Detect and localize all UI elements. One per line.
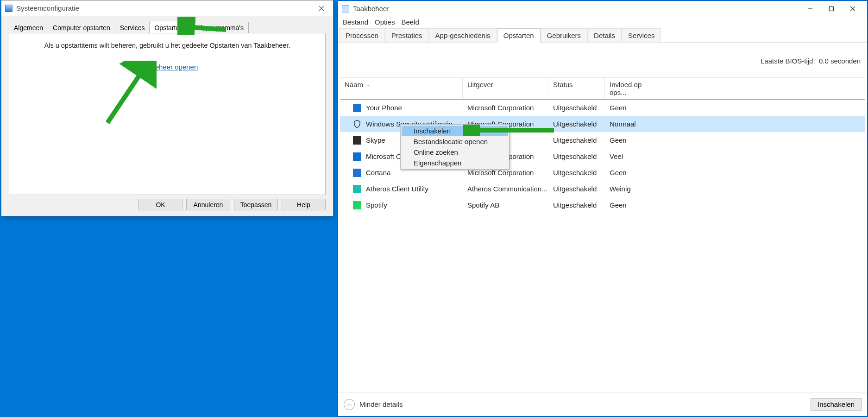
taskmgr-footer: ︿ Minder details Inschakelen: [338, 392, 867, 416]
row-status: Uitgeschakeld: [548, 169, 605, 177]
maximize-button[interactable]: [821, 2, 842, 16]
app-icon: [353, 169, 361, 177]
row-status: Uitgeschakeld: [548, 152, 605, 160]
col-publisher[interactable]: Uitgever: [463, 78, 548, 99]
tab-app-geschiedenis[interactable]: App-geschiedenis: [429, 28, 497, 43]
tab-services[interactable]: Services: [622, 28, 661, 43]
msconfig-message: Als u opstartitems wilt beheren, gebruik…: [9, 42, 325, 49]
row-publisher: Atheros Communication...: [463, 185, 548, 193]
col-impact[interactable]: Invloed op ops...: [605, 78, 663, 99]
ok-button[interactable]: OK: [138, 199, 182, 210]
sort-asc-icon: ︿: [366, 82, 371, 88]
taskmgr-icon: [342, 5, 349, 13]
taskmgr-title-text: Taakbeheer: [353, 5, 389, 13]
row-status: Uitgeschakeld: [548, 136, 605, 144]
row-name: Cortana: [366, 169, 390, 177]
row-name: Skype: [366, 136, 385, 144]
minimize-icon: [807, 6, 813, 12]
row-impact: Geen: [605, 201, 663, 209]
row-impact: Veel: [605, 152, 663, 160]
row-impact: Geen: [605, 104, 663, 112]
bios-value: 0.0 seconden: [819, 57, 861, 65]
help-button[interactable]: Help: [282, 199, 326, 210]
taskmgr-tabs: Processen Prestaties App-geschiedenis Op…: [338, 28, 867, 43]
task-manager-window: Taakbeheer Bestand Opties Beeld Processe…: [337, 0, 868, 417]
row-publisher: Microsoft Corporation: [463, 104, 548, 112]
apply-button[interactable]: Toepassen: [234, 199, 278, 210]
row-name: Your Phone: [366, 104, 402, 112]
row-status: Uitgeschakeld: [548, 185, 605, 193]
row-publisher: Microsoft Corporation: [463, 169, 548, 177]
open-taskmanager-link[interactable]: Taakbeheer openen: [9, 63, 325, 71]
close-button[interactable]: [314, 0, 329, 16]
row-status: Uitgeschakeld: [548, 104, 605, 112]
row-publisher: Spotify AB: [463, 201, 548, 209]
msconfig-tab-content: Als u opstartitems wilt beheren, gebruik…: [9, 33, 326, 195]
col-name[interactable]: Naam︿: [340, 78, 463, 99]
msconfig-titlebar[interactable]: Systeemconfiguratie: [1, 0, 333, 16]
table-row[interactable]: Atheros Client UtilityAtheros Communicat…: [340, 181, 865, 197]
row-impact: Geen: [605, 136, 663, 144]
close-button[interactable]: [842, 2, 863, 16]
menu-beeld[interactable]: Beeld: [401, 18, 419, 26]
table-row[interactable]: Your PhoneMicrosoft CorporationUitgescha…: [340, 100, 865, 116]
bios-time: Laatste BIOS-tijd: 0.0 seconden: [761, 57, 861, 65]
close-icon: [850, 6, 855, 12]
col-status[interactable]: Status: [548, 78, 605, 99]
fewer-details-toggle[interactable]: ︿ Minder details: [344, 399, 403, 410]
ctx-bestandslocatie-openen[interactable]: Bestandslocatie openen: [402, 136, 508, 147]
msconfig-icon: [5, 5, 13, 12]
context-menu: Inschakelen Bestandslocatie openen Onlin…: [400, 124, 509, 170]
ctx-eigenschappen[interactable]: Eigenschappen: [402, 158, 508, 168]
app-icon: [353, 201, 361, 209]
row-status: Uitgeschakeld: [548, 201, 605, 209]
maximize-icon: [829, 6, 834, 12]
fewer-details-label: Minder details: [359, 400, 403, 408]
table-header[interactable]: Naam︿ Uitgever Status Invloed op ops...: [340, 77, 865, 100]
taskmgr-titlebar[interactable]: Taakbeheer: [338, 1, 867, 16]
table-row[interactable]: SpotifySpotify ABUitgeschakeldGeen: [340, 197, 865, 213]
col-name-label: Naam: [345, 81, 363, 88]
app-icon: [353, 104, 361, 112]
chevron-up-icon: ︿: [344, 399, 355, 410]
tab-processen[interactable]: Processen: [339, 28, 385, 43]
row-impact: Weinig: [605, 185, 663, 193]
app-icon: [353, 152, 361, 161]
ctx-inschakelen[interactable]: Inschakelen: [402, 126, 508, 136]
svg-rect-3: [830, 6, 834, 11]
row-status: Uitgeschakeld: [548, 120, 605, 128]
ctx-online-zoeken[interactable]: Online zoeken: [402, 147, 508, 158]
row-name: Spotify: [366, 201, 387, 209]
taskmgr-menu-bar: Bestand Opties Beeld: [338, 16, 867, 28]
enable-button[interactable]: Inschakelen: [811, 398, 862, 411]
row-impact: Normaal: [605, 120, 663, 128]
app-icon: [353, 185, 361, 193]
close-icon: [319, 6, 324, 11]
menu-bestand[interactable]: Bestand: [343, 18, 368, 26]
shield-icon: [353, 120, 361, 128]
tab-opstarten[interactable]: Opstarten: [149, 21, 188, 34]
msconfig-buttons: OK Annuleren Toepassen Help: [138, 199, 326, 210]
msconfig-title-text: Systeemconfiguratie: [16, 4, 79, 12]
tab-opstarten[interactable]: Opstarten: [497, 28, 541, 43]
row-impact: Geen: [605, 169, 663, 177]
minimize-button[interactable]: [799, 2, 821, 16]
bios-label: Laatste BIOS-tijd:: [761, 57, 815, 65]
tab-prestaties[interactable]: Prestaties: [385, 28, 429, 43]
menu-opties[interactable]: Opties: [375, 18, 395, 26]
cancel-button[interactable]: Annuleren: [186, 199, 230, 210]
tab-gebruikers[interactable]: Gebruikers: [541, 28, 587, 43]
tab-details[interactable]: Details: [587, 28, 622, 43]
row-name: Atheros Client Utility: [366, 185, 428, 193]
system-configuration-window: Systeemconfiguratie Algemeen Computer op…: [1, 0, 333, 216]
app-icon: [353, 136, 361, 145]
